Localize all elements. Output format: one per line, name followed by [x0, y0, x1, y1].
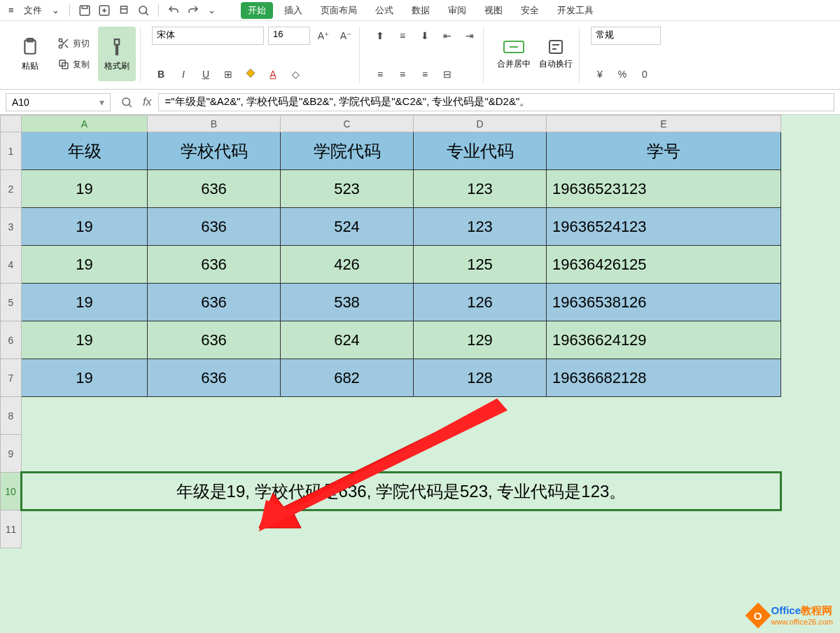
cell-empty-8[interactable]	[22, 397, 781, 435]
align-right-icon[interactable]: ≡	[416, 65, 434, 83]
currency-icon[interactable]: ¥	[591, 65, 609, 83]
col-header-E[interactable]: E	[547, 116, 781, 132]
tab-view[interactable]: 视图	[477, 1, 510, 20]
cell-E2[interactable]: 19636523123	[547, 170, 781, 208]
italic-button[interactable]: I	[174, 65, 192, 83]
cell-A1[interactable]: 年级	[22, 132, 148, 170]
auto-wrap-button[interactable]: 自动换行	[537, 27, 575, 81]
cell-C4[interactable]: 426	[281, 246, 414, 284]
cell-D6[interactable]: 129	[414, 321, 547, 359]
cell-empty-11[interactable]	[22, 510, 781, 548]
redo-icon[interactable]	[186, 3, 201, 18]
cell-empty-9[interactable]	[22, 435, 781, 473]
col-header-A[interactable]: A	[22, 116, 148, 132]
align-top-icon[interactable]: ⬆	[371, 27, 389, 45]
cell-C7[interactable]: 682	[281, 359, 414, 397]
decrease-font-icon[interactable]: A⁻	[337, 27, 355, 45]
name-box[interactable]: A10 ▾	[6, 93, 111, 111]
fx-icon[interactable]: fx	[143, 96, 151, 109]
hamburger-icon[interactable]: ≡	[6, 4, 17, 17]
cell-A7[interactable]: 19	[22, 359, 148, 397]
tab-start[interactable]: 开始	[241, 2, 273, 19]
cell-B2[interactable]: 636	[148, 170, 281, 208]
cell-B6[interactable]: 636	[148, 321, 281, 359]
col-header-C[interactable]: C	[281, 116, 414, 132]
cell-E1[interactable]: 学号	[547, 132, 781, 170]
bold-button[interactable]: B	[152, 65, 170, 83]
font-size-select[interactable]: 16	[268, 27, 310, 45]
tab-review[interactable]: 审阅	[441, 1, 473, 20]
cell-D2[interactable]: 123	[414, 170, 547, 208]
font-name-select[interactable]: 宋体	[152, 27, 264, 45]
preview-icon[interactable]	[136, 3, 151, 18]
tab-page-layout[interactable]: 页面布局	[314, 1, 364, 20]
formula-input[interactable]: ="年级是"&A2&", 学校代码是"&B2&", 学院代码是"&C2&", 专…	[158, 93, 834, 111]
cell-D7[interactable]: 128	[414, 359, 547, 397]
row-header-10[interactable]: 10	[1, 473, 22, 510]
row-header-3[interactable]: 3	[1, 208, 22, 246]
tab-insert[interactable]: 插入	[277, 1, 309, 20]
print-icon[interactable]	[116, 3, 132, 18]
align-bottom-icon[interactable]: ⬇	[416, 27, 434, 45]
align-middle-icon[interactable]: ≡	[393, 27, 412, 45]
indent-decrease-icon[interactable]: ⇤	[438, 27, 456, 45]
menubar-dropdown-icon[interactable]: ⌄	[205, 4, 218, 17]
align-left-icon[interactable]: ≡	[371, 65, 389, 83]
row-header-2[interactable]: 2	[1, 170, 22, 208]
select-all-corner[interactable]	[1, 116, 22, 132]
copy-button[interactable]: 复制	[53, 57, 94, 72]
cell-E7[interactable]: 19636682128	[547, 359, 781, 397]
row-header-7[interactable]: 7	[1, 359, 22, 397]
percent-icon[interactable]: %	[613, 65, 631, 83]
cell-A3[interactable]: 19	[22, 208, 148, 246]
paste-button[interactable]: 粘贴	[11, 27, 49, 81]
increase-font-icon[interactable]: A⁺	[314, 27, 332, 45]
cell-A5[interactable]: 19	[22, 284, 148, 321]
align-center-icon[interactable]: ≡	[393, 65, 412, 83]
number-format-select[interactable]: 常规	[591, 27, 661, 45]
cell-A4[interactable]: 19	[22, 246, 148, 284]
underline-button[interactable]: U	[197, 65, 215, 83]
cell-E5[interactable]: 19636538126	[547, 284, 781, 321]
cell-A2[interactable]: 19	[22, 170, 148, 208]
cell-E4[interactable]: 19636426125	[547, 246, 781, 284]
tab-data[interactable]: 数据	[405, 1, 437, 20]
file-menu[interactable]: 文件	[21, 3, 45, 18]
tab-devtools[interactable]: 开发工具	[550, 1, 601, 20]
cell-B3[interactable]: 636	[148, 208, 281, 246]
clear-format-icon[interactable]: ◇	[286, 65, 304, 83]
cell-B5[interactable]: 636	[148, 284, 281, 321]
distribute-icon[interactable]: ⊟	[438, 65, 456, 83]
zoom-icon[interactable]	[118, 93, 136, 111]
file-dropdown-icon[interactable]: ⌄	[49, 4, 62, 17]
cell-C1[interactable]: 学院代码	[281, 132, 414, 170]
cell-E6[interactable]: 19636624129	[547, 321, 781, 359]
row-header-11[interactable]: 11	[1, 510, 22, 548]
cell-C3[interactable]: 524	[281, 208, 414, 246]
save-as-icon[interactable]	[97, 3, 112, 18]
cell-A10-result[interactable]: 年级是19, 学校代码是636, 学院代码是523, 专业代码是123。	[22, 473, 781, 510]
cut-button[interactable]: 剪切	[53, 36, 94, 51]
indent-increase-icon[interactable]: ⇥	[461, 27, 479, 45]
col-header-D[interactable]: D	[414, 116, 547, 132]
font-color-button[interactable]: A	[264, 65, 282, 83]
tab-security[interactable]: 安全	[514, 1, 546, 20]
row-header-4[interactable]: 4	[1, 246, 22, 284]
merge-center-button[interactable]: 合并居中	[495, 27, 533, 81]
cell-D5[interactable]: 126	[414, 284, 547, 321]
cell-B1[interactable]: 学校代码	[148, 132, 281, 170]
cell-B7[interactable]: 636	[148, 359, 281, 397]
row-header-8[interactable]: 8	[1, 397, 22, 435]
cell-A6[interactable]: 19	[22, 321, 148, 359]
cell-C2[interactable]: 523	[281, 170, 414, 208]
col-header-B[interactable]: B	[148, 116, 281, 132]
fill-color-icon[interactable]	[241, 65, 260, 83]
tab-formula[interactable]: 公式	[368, 1, 400, 20]
cell-D3[interactable]: 123	[414, 208, 547, 246]
cell-D1[interactable]: 专业代码	[414, 132, 547, 170]
row-header-9[interactable]: 9	[1, 435, 22, 473]
format-painter-button[interactable]: 格式刷	[98, 27, 136, 81]
comma-icon[interactable]: 0	[636, 65, 654, 83]
cell-B4[interactable]: 636	[148, 246, 281, 284]
row-header-5[interactable]: 5	[1, 284, 22, 321]
